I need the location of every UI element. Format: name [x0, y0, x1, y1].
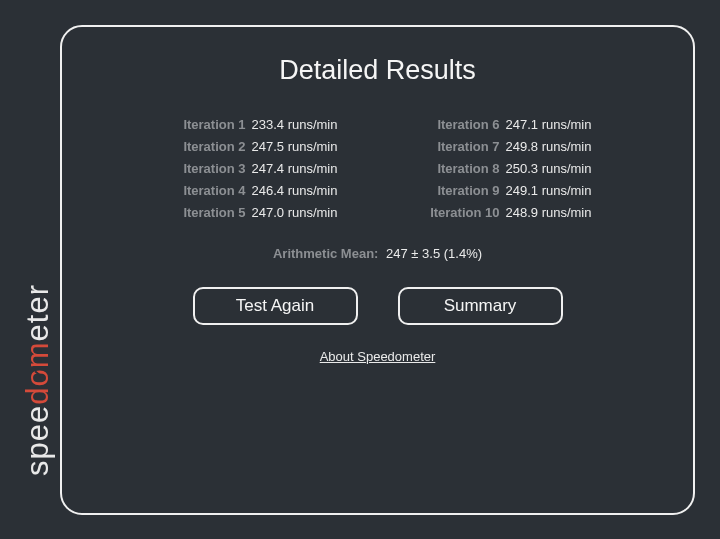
about-speedometer-link[interactable]: About Speedometer	[320, 349, 436, 364]
iteration-row: Iteration 5247.0 runs/min	[164, 202, 338, 224]
logo-text-m: m	[20, 341, 55, 368]
iteration-value: 247.4 runs/min	[252, 158, 338, 180]
results-panel: Detailed Results Iteration 1233.4 runs/m…	[60, 25, 695, 515]
iteration-value: 250.3 runs/min	[506, 158, 592, 180]
mean-value: 247 ± 3.5 (1.4%)	[386, 246, 482, 261]
iteration-value: 249.8 runs/min	[506, 136, 592, 158]
iteration-value: 249.1 runs/min	[506, 180, 592, 202]
iteration-label: Iteration 10	[418, 202, 500, 224]
iteration-value: 246.4 runs/min	[252, 180, 338, 202]
iteration-row: Iteration 4246.4 runs/min	[164, 180, 338, 202]
iteration-row: Iteration 2247.5 runs/min	[164, 136, 338, 158]
iteration-label: Iteration 3	[164, 158, 246, 180]
test-again-button[interactable]: Test Again	[193, 287, 358, 325]
iteration-label: Iteration 7	[418, 136, 500, 158]
iteration-value: 233.4 runs/min	[252, 114, 338, 136]
arithmetic-mean: Arithmetic Mean: 247 ± 3.5 (1.4%)	[102, 246, 653, 261]
logo-text-eter: eter	[20, 284, 55, 341]
iteration-row: Iteration 3247.4 runs/min	[164, 158, 338, 180]
iteration-label: Iteration 1	[164, 114, 246, 136]
iteration-row: Iteration 10248.9 runs/min	[418, 202, 592, 224]
iteration-results: Iteration 1233.4 runs/min Iteration 2247…	[102, 114, 653, 224]
iteration-label: Iteration 5	[164, 202, 246, 224]
logo-gauge-o: o	[20, 368, 56, 386]
logo-text-d: d	[20, 387, 55, 405]
speedometer-logo: speedometer	[20, 284, 56, 476]
iteration-row: Iteration 1233.4 runs/min	[164, 114, 338, 136]
about-section: About Speedometer	[102, 347, 653, 365]
mean-label: Arithmetic Mean:	[273, 246, 378, 261]
iteration-label: Iteration 6	[418, 114, 500, 136]
iteration-row: Iteration 9249.1 runs/min	[418, 180, 592, 202]
iteration-label: Iteration 2	[164, 136, 246, 158]
page-title: Detailed Results	[102, 55, 653, 86]
action-buttons: Test Again Summary	[102, 287, 653, 325]
results-column-left: Iteration 1233.4 runs/min Iteration 2247…	[164, 114, 338, 224]
iteration-value: 247.5 runs/min	[252, 136, 338, 158]
iteration-value: 247.1 runs/min	[506, 114, 592, 136]
iteration-label: Iteration 4	[164, 180, 246, 202]
logo-text-spee: spee	[20, 405, 55, 476]
iteration-row: Iteration 8250.3 runs/min	[418, 158, 592, 180]
iteration-row: Iteration 7249.8 runs/min	[418, 136, 592, 158]
iteration-value: 247.0 runs/min	[252, 202, 338, 224]
iteration-label: Iteration 9	[418, 180, 500, 202]
iteration-label: Iteration 8	[418, 158, 500, 180]
results-column-right: Iteration 6247.1 runs/min Iteration 7249…	[418, 114, 592, 224]
summary-button[interactable]: Summary	[398, 287, 563, 325]
iteration-value: 248.9 runs/min	[506, 202, 592, 224]
iteration-row: Iteration 6247.1 runs/min	[418, 114, 592, 136]
